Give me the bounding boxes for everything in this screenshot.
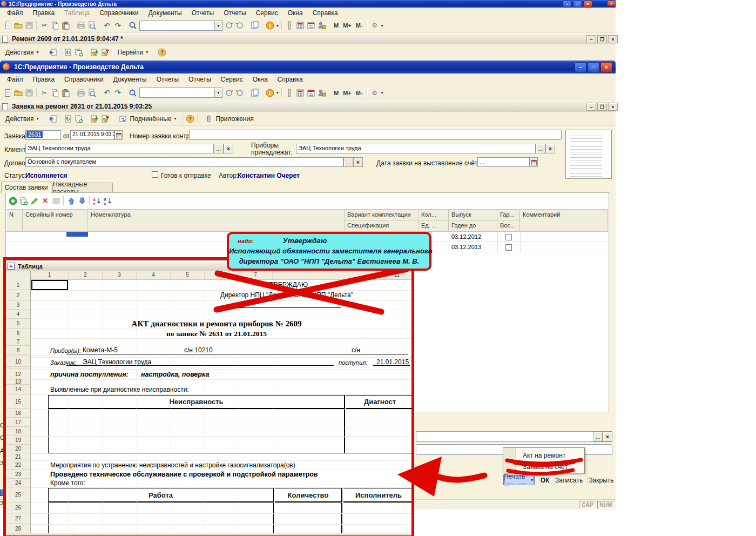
new-document-icon[interactable]: [3, 21, 12, 30]
tab-overhead-costs[interactable]: Накладные расходы: [52, 183, 113, 193]
grid-col-variant[interactable]: Вариант комплектации: [345, 209, 418, 220]
copy-pages-icon[interactable]: [250, 21, 260, 30]
client-select-button[interactable]: ...: [214, 144, 224, 153]
maximize-button[interactable]: □: [588, 62, 599, 72]
refresh-document-icon[interactable]: ↻: [63, 48, 73, 57]
devices-owner-select-button[interactable]: ...: [536, 144, 545, 153]
cut-icon[interactable]: ✂: [39, 88, 49, 97]
help-icon[interactable]: ?: [185, 114, 195, 123]
menu-item-сервис[interactable]: Сервис: [251, 8, 283, 18]
close-button[interactable]: ×: [600, 62, 612, 72]
calendar-picker-icon[interactable]: [114, 130, 123, 140]
save-icon[interactable]: [24, 88, 34, 97]
copy-row-icon[interactable]: [19, 196, 29, 205]
invoice-date-input[interactable]: . .: [477, 157, 530, 167]
print-preview-icon[interactable]: [87, 21, 97, 30]
repair-doc-titlebar[interactable]: Ремонт 2609 от 21.01.2015 9:04:47 * – ❐ …: [0, 33, 616, 44]
info-icon[interactable]: i: [265, 21, 275, 30]
close-button[interactable]: ×: [608, 103, 618, 111]
calculator-icon[interactable]: [295, 88, 305, 97]
undo-icon[interactable]: ↶: [102, 21, 112, 30]
grid-col-n[interactable]: N: [6, 209, 23, 232]
ruler-icon[interactable]: [285, 88, 294, 97]
move-up-icon[interactable]: [66, 196, 76, 205]
menu-item-документы[interactable]: Документы: [144, 8, 187, 18]
service-settings-icon[interactable]: ⚙: [370, 21, 380, 30]
monitor-button-1[interactable]: M+: [341, 90, 354, 96]
valid-until-cell[interactable]: 03.12.2012: [451, 233, 481, 240]
menu-item-справочники[interactable]: Справочники: [59, 75, 109, 84]
devices-owner-input[interactable]: ЭАЦ Технологии труда: [296, 144, 536, 153]
monitor-button-1[interactable]: M+: [341, 22, 354, 29]
print-icon[interactable]: [76, 21, 86, 30]
close-button[interactable]: ×: [607, 1, 616, 6]
search-icon[interactable]: [128, 88, 138, 97]
menu-item-справка[interactable]: Справка: [308, 8, 343, 18]
ok-button[interactable]: ОК: [538, 475, 552, 485]
app1-titlebar[interactable]: 1С:Предприятие - Производство Дельта – □…: [0, 0, 616, 8]
grid-col-comment[interactable]: Комментарий: [520, 209, 608, 232]
warranty-checkbox[interactable]: [505, 234, 512, 240]
calculator-icon[interactable]: [295, 21, 305, 30]
calendar-icon[interactable]: 31: [306, 21, 316, 30]
info-icon[interactable]: i: [265, 88, 275, 97]
menu-item-отчеты[interactable]: Отчеты: [219, 8, 251, 18]
monitor-button-2[interactable]: M-: [354, 22, 365, 29]
warranty-checkbox[interactable]: [505, 244, 512, 251]
help-icon[interactable]: ?: [157, 48, 167, 57]
actions-button[interactable]: Действия▾: [2, 48, 43, 57]
zoom-history-forward-icon[interactable]: [235, 21, 245, 30]
print-dropdown-menu[interactable]: Акт на ремонтЗаявка на счёт: [503, 447, 585, 473]
contract-select-button[interactable]: ...: [343, 157, 353, 167]
copy-document-icon[interactable]: [74, 48, 84, 57]
menu-item-отчеты[interactable]: Отчеты: [187, 8, 219, 18]
open-icon[interactable]: [14, 88, 23, 97]
delete-row-icon[interactable]: ✕: [40, 196, 50, 205]
post-payment-icon[interactable]: [89, 48, 99, 57]
paste-icon[interactable]: [61, 21, 71, 30]
ready-checkbox[interactable]: [152, 171, 158, 178]
menu-item-отчеты[interactable]: Отчеты: [152, 75, 184, 84]
search-input[interactable]: ▾: [139, 21, 222, 31]
unpost-payment-icon[interactable]: [100, 48, 110, 57]
print-preview-thumbnail[interactable]: [565, 130, 612, 179]
save-icon[interactable]: [24, 21, 34, 30]
user-permissions-icon[interactable]: [317, 88, 327, 97]
grid-settings-icon[interactable]: [51, 196, 61, 205]
client-clear-button[interactable]: ×: [224, 144, 233, 153]
close-button[interactable]: ×: [608, 35, 618, 43]
sort-descending-icon[interactable]: Яа: [103, 196, 113, 205]
valid-until-cell[interactable]: 03.12.2013: [451, 244, 481, 250]
menu-item-таблица[interactable]: Таблица: [59, 8, 94, 18]
post-document-icon[interactable]: [48, 114, 58, 123]
grid-col-nomenclature[interactable]: Номенклатура: [88, 209, 345, 232]
zoom-history-back-icon[interactable]: [224, 88, 234, 97]
tab-request-content[interactable]: Состав заявки: [1, 182, 51, 193]
close-window-button[interactable]: Закрыть: [588, 475, 615, 485]
calendar-picker-icon[interactable]: [530, 157, 538, 167]
menu-item-окна[interactable]: Окна: [283, 8, 308, 18]
print-button[interactable]: Печать ...▾: [503, 475, 535, 485]
lower-field-clear-button[interactable]: ×: [603, 432, 612, 441]
actions-button[interactable]: Действия▾: [2, 114, 43, 124]
unpost-payment-icon[interactable]: [100, 114, 110, 123]
search-input[interactable]: ▾: [139, 88, 222, 98]
grid-col-specification[interactable]: Спецификация: [345, 220, 418, 232]
redo-icon[interactable]: ↷: [113, 21, 123, 30]
redo-icon[interactable]: ↷: [113, 88, 123, 97]
minimize-button[interactable]: –: [586, 103, 596, 111]
menu-item-файл[interactable]: Файл: [2, 75, 28, 84]
menu-item-правка[interactable]: Правка: [28, 8, 60, 18]
request-window-titlebar[interactable]: Заявка на ремонт 2631 от 21.01.2015 9:03…: [0, 100, 616, 112]
menu-item-сервис[interactable]: Сервис: [216, 75, 248, 84]
app2-titlebar[interactable]: 1С:Предприятие - Производство Дельта – □…: [0, 61, 616, 73]
edit-row-icon[interactable]: [30, 196, 39, 205]
zoom-history-back-icon[interactable]: [224, 21, 234, 30]
menu-item-справка[interactable]: Справка: [273, 75, 308, 84]
request-no-input[interactable]: 2631: [25, 130, 61, 140]
client-input[interactable]: ЭАЦ Технологии труда: [25, 144, 214, 153]
menu-item-документы[interactable]: Документы: [109, 75, 152, 84]
calendar-icon[interactable]: 31: [306, 88, 316, 97]
restore-button[interactable]: ❐: [597, 103, 607, 111]
menu-item-справочники[interactable]: Справочники: [94, 8, 144, 18]
